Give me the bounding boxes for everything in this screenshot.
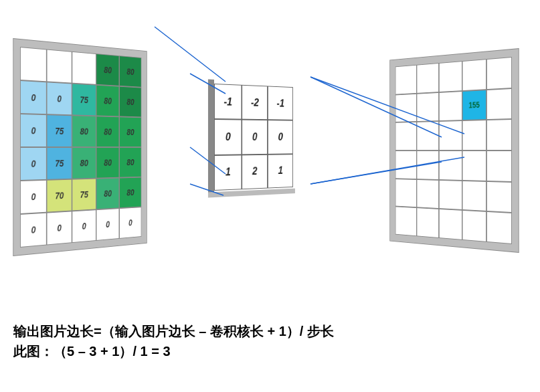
input-cell: [72, 52, 96, 85]
input-cell: 0: [72, 209, 96, 243]
kernel-cell: -1: [214, 84, 242, 120]
caption: 输出图片边长=（输入图片边长 – 卷积核长 + 1）/ 步长 此图：（5 – 3…: [13, 321, 527, 361]
output-cell: [395, 122, 417, 151]
output-cell: [486, 57, 512, 90]
output-cell: [486, 211, 512, 244]
input-cell: 75: [47, 114, 72, 147]
input-cell: 80: [119, 56, 141, 88]
input-cell: 75: [72, 84, 96, 116]
kernel-cell: 0: [214, 119, 242, 155]
input-cell: 0: [20, 213, 47, 248]
output-cell: [439, 151, 462, 181]
caption-line-2: 此图：（5 – 3 + 1）/ 1 = 3: [13, 341, 527, 361]
output-cell: [462, 120, 486, 151]
output-cell: [417, 121, 439, 151]
output-cell: [417, 92, 439, 122]
output-cell: [462, 151, 486, 181]
kernel-leftbar: [208, 80, 214, 195]
input-cell: 80: [72, 147, 96, 179]
output-cell: [486, 88, 512, 120]
output-cell: [417, 179, 439, 209]
input-grid: 8080007580800758080800758080800707580800…: [20, 47, 141, 248]
caption-line-1: 输出图片边长=（输入图片边长 – 卷积核长 + 1）/ 步长: [13, 321, 527, 341]
input-cell: 75: [47, 147, 72, 180]
input-cell: 80: [119, 147, 141, 178]
kernel-cell: -2: [242, 85, 268, 120]
input-cell: 80: [119, 177, 141, 209]
input-cell: 80: [96, 116, 120, 147]
kernel-panel: -1-2-1000121: [214, 84, 293, 191]
input-cell: 0: [20, 114, 47, 147]
input-cell: [20, 47, 47, 82]
input-cell: 0: [47, 82, 72, 115]
output-cell: [395, 94, 417, 123]
input-cell: 80: [72, 115, 96, 147]
output-cell: [439, 209, 462, 240]
output-cell: [439, 91, 462, 122]
output-cell: [486, 151, 512, 182]
output-cell: [439, 120, 462, 151]
kernel-cell: 0: [268, 120, 293, 154]
output-grid: 155: [395, 57, 512, 244]
input-cell: 0: [119, 207, 141, 239]
input-cell: 80: [96, 54, 120, 86]
output-cell: [462, 210, 486, 242]
output-cell: [439, 61, 462, 92]
output-cell: [395, 179, 417, 208]
input-panel: 8080007580800758080800758080800707580800…: [20, 47, 141, 248]
input-cell: 80: [119, 116, 141, 147]
output-cell: [486, 181, 512, 213]
input-cell: 70: [47, 179, 72, 213]
kernel-cell: 1: [268, 154, 293, 189]
kernel-cell: 1: [214, 155, 242, 191]
input-cell: 0: [20, 147, 47, 181]
svg-line-0: [155, 27, 226, 82]
output-cell: [439, 180, 462, 211]
convolution-diagram: 8080007580800758080800758080800707580800…: [13, 13, 529, 314]
input-cell: 0: [20, 180, 47, 214]
output-cell: [395, 151, 417, 179]
output-cell: [462, 59, 486, 91]
output-cell: [462, 181, 486, 212]
output-cell: 155: [462, 90, 486, 121]
kernel-cell: -1: [268, 86, 293, 120]
output-cell: [417, 207, 439, 238]
output-cell: [417, 63, 439, 93]
input-cell: 80: [119, 86, 141, 118]
input-cell: 80: [96, 147, 120, 179]
input-cell: 0: [96, 208, 120, 241]
input-cell: 80: [96, 178, 120, 210]
input-cell: 0: [47, 211, 72, 245]
kernel-grid: -1-2-1000121: [214, 84, 293, 191]
input-cell: 0: [20, 80, 47, 114]
kernel-cell: 0: [242, 120, 268, 155]
kernel-cell: 2: [242, 154, 268, 189]
output-cell: [395, 65, 417, 94]
output-cell: [395, 207, 417, 237]
input-cell: [47, 50, 72, 84]
input-cell: 75: [72, 179, 96, 211]
input-cell: 80: [96, 85, 120, 117]
output-cell: [417, 151, 439, 180]
output-panel: 155: [395, 57, 512, 244]
output-cell: [486, 119, 512, 151]
